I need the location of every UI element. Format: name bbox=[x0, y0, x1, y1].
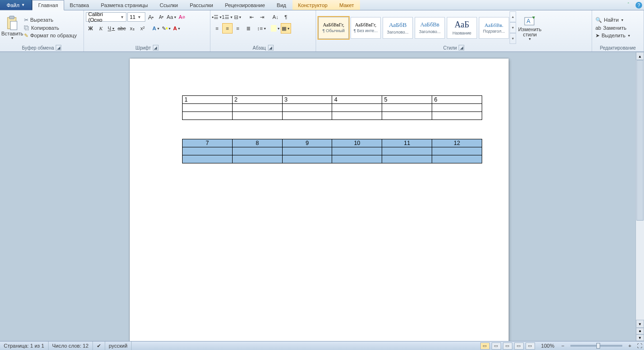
view-outline-button[interactable]: ▭ bbox=[514, 342, 524, 350]
line-spacing-button[interactable]: ↕≡▼ bbox=[257, 24, 267, 33]
align-right-button[interactable]: ≡ bbox=[233, 24, 243, 33]
shading-button[interactable]: ▼ bbox=[271, 24, 280, 33]
help-button[interactable]: ? bbox=[636, 2, 642, 9]
italic-button[interactable]: К bbox=[96, 24, 106, 33]
table-cell[interactable] bbox=[232, 104, 282, 112]
table-cell[interactable] bbox=[382, 147, 432, 155]
table-cell[interactable]: 10 bbox=[332, 139, 382, 147]
borders-button[interactable]: ▦▼ bbox=[281, 24, 291, 33]
ribbon-minimize-button[interactable]: ˆ bbox=[623, 0, 634, 10]
table-cell[interactable]: 9 bbox=[282, 139, 332, 147]
change-case-button[interactable]: Aa▼ bbox=[167, 12, 176, 22]
tab-макет[interactable]: Макет bbox=[334, 0, 360, 10]
table-cell[interactable] bbox=[232, 112, 282, 120]
table-cell[interactable]: 2 bbox=[232, 96, 282, 104]
status-proofing[interactable]: ✔ bbox=[93, 341, 105, 350]
show-marks-button[interactable]: ¶ bbox=[281, 12, 291, 22]
table-cell[interactable]: 11 bbox=[382, 139, 432, 147]
view-reading-button[interactable]: ▭ bbox=[492, 342, 501, 350]
tab-разметка страницы[interactable]: Разметка страницы bbox=[95, 0, 154, 10]
vertical-scrollbar[interactable]: ▴ ▾ ● ▾ bbox=[636, 52, 644, 341]
tab-рецензирование[interactable]: Рецензирование bbox=[219, 0, 271, 10]
table-cell[interactable]: 5 bbox=[382, 96, 432, 104]
style-tile-4[interactable]: АаБНазвание bbox=[447, 17, 477, 39]
table-cell[interactable]: 1 bbox=[183, 96, 233, 104]
strikethrough-button[interactable]: abc bbox=[117, 24, 126, 33]
fullscreen-button[interactable]: ⛶ bbox=[635, 341, 644, 350]
font-color-button[interactable]: A▼ bbox=[172, 24, 182, 33]
tab-конструктор[interactable]: Конструктор bbox=[293, 0, 334, 10]
superscript-button[interactable]: x² bbox=[138, 24, 147, 33]
table-cell[interactable] bbox=[332, 155, 382, 163]
numbering-button[interactable]: 1☰▼ bbox=[223, 12, 232, 22]
tab-вставка[interactable]: Вставка bbox=[64, 0, 95, 10]
table-row[interactable] bbox=[183, 104, 482, 112]
cut-button[interactable]: Вырезать bbox=[23, 17, 78, 24]
document-table-1[interactable]: 123456 bbox=[182, 95, 482, 120]
table-cell[interactable] bbox=[332, 147, 382, 155]
tab-ссылки[interactable]: Ссылки bbox=[154, 0, 184, 10]
bullets-button[interactable]: •☰▼ bbox=[212, 12, 222, 22]
dialog-launcher[interactable]: ◢ bbox=[56, 45, 61, 51]
tab-file[interactable]: Файл ▼ bbox=[0, 0, 32, 10]
table-cell[interactable] bbox=[432, 104, 482, 112]
scroll-track[interactable] bbox=[636, 60, 644, 320]
scroll-up-button[interactable]: ▴ bbox=[636, 52, 644, 60]
table-cell[interactable] bbox=[183, 155, 233, 163]
view-print-layout-button[interactable]: ▭ bbox=[480, 342, 490, 350]
table-cell[interactable] bbox=[232, 155, 282, 163]
align-left-button[interactable]: ≡ bbox=[212, 24, 222, 33]
document-page[interactable]: 123456 789101112 bbox=[130, 59, 509, 342]
dialog-launcher[interactable]: ◢ bbox=[153, 45, 159, 51]
browse-next-button[interactable]: ▾ bbox=[636, 334, 644, 341]
table-cell[interactable] bbox=[232, 147, 282, 155]
zoom-in-button[interactable]: + bbox=[625, 341, 635, 350]
shrink-font-button[interactable]: A▾ bbox=[157, 12, 166, 22]
table-row[interactable] bbox=[183, 147, 482, 155]
document-table-2[interactable]: 789101112 bbox=[182, 139, 482, 163]
table-cell[interactable] bbox=[382, 112, 432, 120]
subscript-button[interactable]: x₂ bbox=[127, 24, 137, 33]
browse-prev-button[interactable]: ● bbox=[636, 328, 644, 334]
status-word-count[interactable]: Число слов: 12 bbox=[49, 341, 93, 350]
view-web-button[interactable]: ▭ bbox=[503, 342, 512, 350]
style-tile-2[interactable]: АаБбВЗаголово... bbox=[383, 17, 413, 39]
view-draft-button[interactable]: ▭ bbox=[526, 342, 535, 350]
table-cell[interactable]: 4 bbox=[332, 96, 382, 104]
status-page[interactable]: Страница: 1 из 1 bbox=[0, 341, 49, 350]
grow-font-button[interactable]: A▴ bbox=[146, 12, 156, 22]
style-tile-1[interactable]: АаБбВвГг,¶ Без инте... bbox=[351, 17, 381, 39]
tab-главная[interactable]: Главная bbox=[32, 0, 64, 10]
text-effects-button[interactable]: A▼ bbox=[151, 24, 161, 33]
multilevel-button[interactable]: ⊟▼ bbox=[233, 12, 243, 22]
decrease-indent-button[interactable]: ⇤ bbox=[247, 12, 256, 22]
justify-button[interactable]: ≣ bbox=[243, 24, 253, 33]
table-cell[interactable] bbox=[432, 155, 482, 163]
zoom-level[interactable]: 100% bbox=[537, 341, 558, 350]
table-cell[interactable] bbox=[382, 155, 432, 163]
zoom-slider-handle[interactable] bbox=[596, 343, 600, 349]
underline-button[interactable]: Ч▼ bbox=[107, 24, 116, 33]
bold-button[interactable]: Ж bbox=[86, 24, 95, 33]
style-tile-3[interactable]: АаБбВвЗаголово... bbox=[415, 17, 445, 39]
table-cell[interactable] bbox=[183, 147, 233, 155]
highlight-button[interactable]: ✎▼ bbox=[162, 24, 171, 33]
format-painter-button[interactable]: Формат по образцу bbox=[23, 32, 78, 39]
dialog-launcher[interactable]: ◢ bbox=[459, 45, 464, 51]
copy-button[interactable]: Копировать bbox=[23, 25, 78, 31]
table-row[interactable] bbox=[183, 112, 482, 120]
table-cell[interactable] bbox=[282, 104, 332, 112]
table-cell[interactable] bbox=[282, 112, 332, 120]
table-cell[interactable] bbox=[332, 104, 382, 112]
replace-button[interactable]: abЗаменить bbox=[594, 25, 642, 31]
table-cell[interactable] bbox=[183, 104, 233, 112]
table-cell[interactable]: 8 bbox=[232, 139, 282, 147]
table-cell[interactable] bbox=[282, 155, 332, 163]
table-cell[interactable]: 7 bbox=[183, 139, 233, 147]
table-cell[interactable] bbox=[382, 104, 432, 112]
table-cell[interactable] bbox=[432, 147, 482, 155]
table-row[interactable]: 123456 bbox=[183, 96, 482, 104]
align-center-button[interactable]: ≡ bbox=[223, 24, 232, 33]
font-name-combo[interactable]: Calibri (Осно▼ bbox=[86, 12, 126, 22]
style-tile-5[interactable]: АаБбВв.Подзагол... bbox=[479, 17, 509, 39]
